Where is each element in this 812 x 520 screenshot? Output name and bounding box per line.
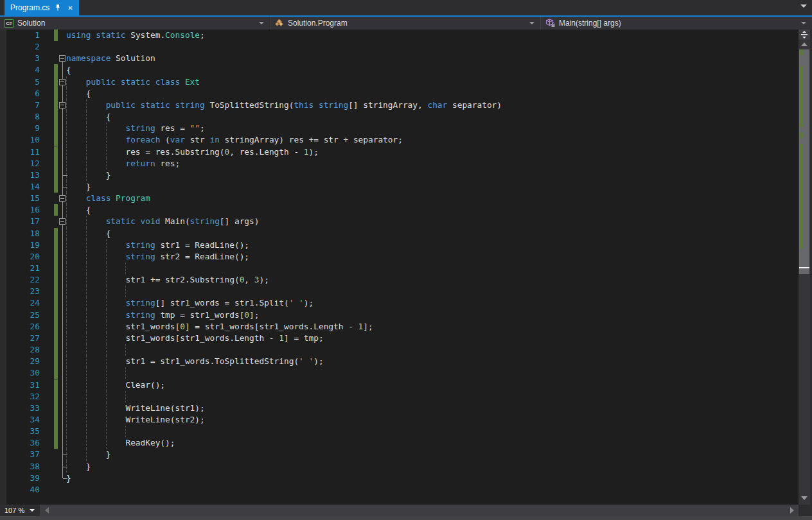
code-text: using static System.Console; bbox=[66, 30, 799, 41]
code-line[interactable]: 35 bbox=[0, 426, 799, 437]
code-line[interactable]: 12return res; bbox=[0, 158, 799, 169]
token: { bbox=[66, 65, 71, 74]
token: string bbox=[125, 310, 160, 320]
code-line[interactable]: 26str1_words[0] = str1_words[str1_words.… bbox=[0, 321, 799, 333]
code-text: WriteLine(str2); bbox=[66, 414, 799, 426]
code-line[interactable]: 18{ bbox=[0, 228, 799, 239]
indent-guide bbox=[125, 263, 126, 274]
code-line[interactable]: 8{ bbox=[0, 111, 799, 123]
code-line[interactable]: 9string res = ""; bbox=[0, 123, 799, 134]
collapse-region-icon[interactable] bbox=[59, 218, 66, 225]
code-line[interactable]: 13} bbox=[0, 169, 799, 181]
code-line[interactable]: 10foreach (var str in stringArray) res +… bbox=[0, 134, 799, 146]
code-line[interactable]: 29str1 = str1_words.ToSplittedString(' '… bbox=[0, 356, 799, 367]
code-line[interactable]: 28 bbox=[0, 344, 799, 356]
zoom-level-control[interactable]: 107 % bbox=[0, 505, 40, 516]
code-text: return res; bbox=[66, 158, 799, 169]
line-number: 17 bbox=[0, 216, 40, 227]
code-line[interactable]: 25string tmp = str1_words[0]; bbox=[0, 309, 799, 321]
code-line[interactable]: 27str1_words[str1_words.Length - 1] = tm… bbox=[0, 333, 799, 344]
token: str1_words[str1_words.Length - bbox=[125, 333, 279, 343]
tab-program-cs[interactable]: Program.cs ✕ bbox=[4, 0, 79, 15]
scroll-left-arrow-icon[interactable] bbox=[45, 507, 49, 514]
token: Console bbox=[165, 30, 200, 40]
code-line[interactable]: 38} bbox=[0, 461, 799, 472]
window-split-grip-icon[interactable] bbox=[799, 30, 810, 40]
code-line[interactable]: 32 bbox=[0, 391, 799, 403]
scrollbar-change-segment bbox=[800, 132, 803, 138]
code-line[interactable]: 4{ bbox=[0, 64, 799, 76]
code-text: str1 += str2.Substring(0, 3); bbox=[66, 274, 799, 286]
code-line[interactable]: 15class Program bbox=[0, 193, 799, 204]
change-tracking-bar bbox=[54, 239, 58, 251]
code-text bbox=[66, 484, 799, 496]
line-number: 25 bbox=[0, 309, 40, 321]
collapse-region-icon[interactable] bbox=[59, 195, 66, 202]
member-dropdown[interactable]: Main(string[] args) bbox=[541, 17, 812, 30]
token: in bbox=[209, 135, 219, 144]
indent-guide bbox=[106, 367, 107, 379]
code-line[interactable]: 23 bbox=[0, 286, 799, 297]
token: string bbox=[125, 123, 160, 133]
code-text bbox=[66, 263, 799, 274]
code-text: } bbox=[66, 461, 799, 472]
line-number: 14 bbox=[0, 181, 40, 193]
code-line[interactable]: 37} bbox=[0, 449, 799, 460]
code-line[interactable]: 7public static string ToSplittedString(t… bbox=[0, 100, 799, 111]
project-dropdown-label: Solution bbox=[17, 19, 45, 28]
change-tracking-bar bbox=[54, 286, 58, 297]
code-line[interactable]: 6{ bbox=[0, 88, 799, 100]
close-icon[interactable]: ✕ bbox=[66, 3, 74, 12]
line-number: 18 bbox=[0, 228, 40, 239]
line-number: 13 bbox=[0, 169, 40, 181]
scroll-up-arrow-icon[interactable] bbox=[801, 42, 808, 46]
collapse-region-icon[interactable] bbox=[59, 102, 66, 108]
code-line[interactable]: 21 bbox=[0, 263, 799, 274]
horizontal-scrollbar[interactable]: 107 % bbox=[0, 505, 812, 516]
token: WriteLine(str2); bbox=[125, 415, 204, 424]
code-line[interactable]: 2 bbox=[0, 41, 799, 53]
pin-icon[interactable] bbox=[54, 3, 62, 12]
code-line[interactable]: 11res = res.Substring(0, res.Length - 1)… bbox=[0, 146, 799, 158]
code-line[interactable]: 20string str2 = ReadLine(); bbox=[0, 251, 799, 263]
code-line[interactable]: 19string str1 = ReadLine(); bbox=[0, 239, 799, 251]
code-line[interactable]: 1using static System.Console; bbox=[0, 30, 799, 41]
token: "" bbox=[190, 123, 200, 133]
bottom-window-strip bbox=[0, 516, 812, 520]
code-line[interactable]: 17static void Main(string[] args) bbox=[0, 216, 799, 227]
code-line[interactable]: 36ReadKey(); bbox=[0, 437, 799, 449]
change-tracking-bar bbox=[54, 379, 58, 391]
code-line[interactable]: 31Clear(); bbox=[0, 379, 799, 391]
type-dropdown[interactable]: Solution.Program bbox=[270, 17, 541, 30]
token: ); bbox=[313, 356, 323, 366]
change-tracking-bar bbox=[54, 181, 58, 193]
code-line[interactable]: 40 bbox=[0, 484, 799, 496]
code-line[interactable]: 30 bbox=[0, 367, 799, 379]
code-text bbox=[66, 41, 799, 53]
tab-list-dropdown-icon[interactable] bbox=[800, 4, 807, 8]
line-number: 30 bbox=[0, 367, 40, 379]
collapse-region-icon[interactable] bbox=[59, 55, 66, 62]
code-line[interactable]: 14} bbox=[0, 181, 799, 193]
token: ] = tmp; bbox=[284, 333, 324, 343]
code-line[interactable]: 24string[] str1_words = str1.Split(' '); bbox=[0, 297, 799, 309]
token: ; bbox=[200, 30, 205, 40]
code-line[interactable]: 39} bbox=[0, 472, 799, 484]
code-line[interactable]: 22str1 += str2.Substring(0, 3); bbox=[0, 274, 799, 286]
scroll-right-arrow-icon[interactable] bbox=[790, 507, 794, 514]
code-text: class Program bbox=[66, 193, 799, 204]
indent-guide bbox=[86, 286, 87, 297]
line-number: 21 bbox=[0, 263, 40, 274]
vertical-scrollbar[interactable] bbox=[799, 30, 810, 505]
code-line[interactable]: 33WriteLine(str1); bbox=[0, 403, 799, 414]
code-line[interactable]: 34WriteLine(str2); bbox=[0, 414, 799, 426]
code-line[interactable]: 5public static class Ext bbox=[0, 76, 799, 88]
scroll-down-arrow-icon[interactable] bbox=[801, 496, 808, 500]
code-line[interactable]: 16{ bbox=[0, 204, 799, 216]
change-tracking-bar bbox=[54, 64, 58, 76]
collapse-region-icon[interactable] bbox=[59, 79, 66, 85]
code-line[interactable]: 3namespace Solution bbox=[0, 53, 799, 64]
code-editor-surface[interactable]: 1using static System.Console;23namespace… bbox=[0, 30, 799, 505]
code-text: str1_words[str1_words.Length - 1] = tmp; bbox=[66, 333, 799, 344]
project-dropdown[interactable]: C# Solution bbox=[0, 17, 270, 30]
